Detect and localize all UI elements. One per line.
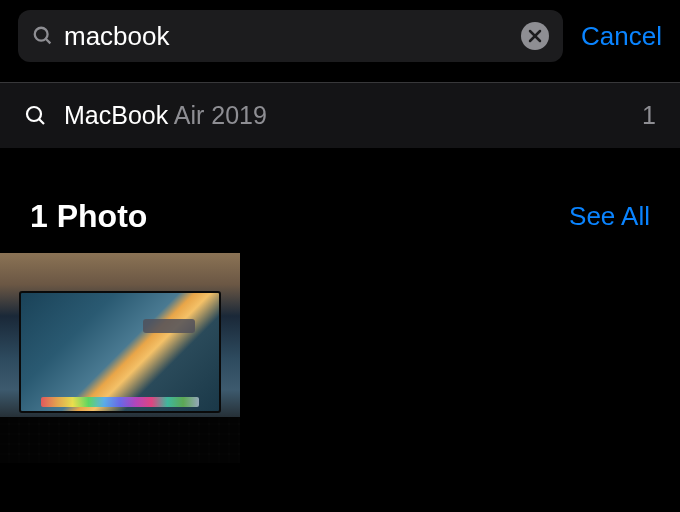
suggestion-count: 1 <box>642 101 656 130</box>
section-header: 1 Photo See All <box>0 198 680 253</box>
clear-search-button[interactable] <box>521 22 549 50</box>
see-all-button[interactable]: See All <box>569 201 650 232</box>
close-icon <box>528 29 542 43</box>
suggestion-match: MacBook <box>64 101 168 129</box>
svg-line-1 <box>46 39 51 44</box>
section-title: 1 Photo <box>30 198 147 235</box>
search-suggestion-row[interactable]: MacBook Air 2019 1 <box>0 83 680 148</box>
svg-line-5 <box>39 119 44 124</box>
thumbnail-content <box>19 291 221 413</box>
results-section: 1 Photo See All <box>0 148 680 463</box>
thumbnail-content <box>0 417 240 463</box>
search-input[interactable] <box>64 21 521 52</box>
photo-thumbnail[interactable] <box>0 253 240 463</box>
search-icon <box>32 25 54 47</box>
suggestion-remainder: Air 2019 <box>168 101 267 129</box>
svg-point-4 <box>27 107 41 121</box>
thumbnail-content <box>41 397 199 407</box>
search-icon <box>24 104 48 128</box>
suggestion-text: MacBook Air 2019 <box>64 101 642 130</box>
search-field[interactable] <box>18 10 563 62</box>
cancel-button[interactable]: Cancel <box>581 21 662 52</box>
svg-point-0 <box>35 28 48 41</box>
search-header: Cancel <box>0 0 680 72</box>
thumbnail-content <box>143 319 195 333</box>
